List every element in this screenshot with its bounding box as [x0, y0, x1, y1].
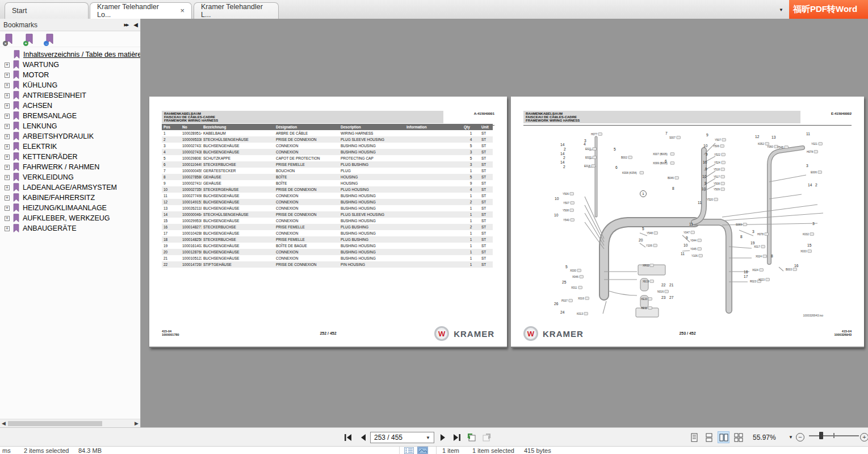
bookmark-item[interactable]: +VERKLEIDUNG — [0, 172, 140, 182]
bookmark-item[interactable]: +LENKUNG — [0, 121, 140, 131]
bookmark-item[interactable]: +ARBEITSHYDRAULIK — [0, 131, 140, 141]
facing-view-icon[interactable] — [718, 432, 729, 443]
table-cell: BUCHSENGEHÄUSE — [202, 243, 274, 249]
scroll-left-icon[interactable]: ◀ — [2, 420, 6, 426]
expand-plus-icon[interactable]: + — [5, 165, 10, 170]
details-view-icon[interactable] — [404, 447, 414, 454]
expand-plus-icon[interactable]: + — [5, 195, 10, 201]
zoom-level-value[interactable]: 55.97% — [753, 434, 776, 441]
callout-number: 18 — [744, 270, 748, 274]
bookmark-item[interactable]: +ANBAUGERÄTE — [0, 223, 140, 234]
bookmark-item[interactable]: +MOTOR — [0, 70, 140, 80]
callout-number: 5 — [642, 227, 644, 231]
expand-plus-icon[interactable]: + — [5, 216, 10, 221]
table-cell: 1000277498 — [181, 193, 202, 199]
bookmark-label: FAHRWERK / RAHMEN — [23, 163, 99, 171]
tab-kramer-1[interactable]: Kramer Telehandler Lo... × — [90, 2, 192, 19]
bookmark-add-button[interactable]: + — [25, 34, 33, 45]
table-cell: 5 — [462, 155, 480, 161]
bookmark-item[interactable]: +ACHSEN — [0, 101, 140, 111]
status-item-selected: 1 item selected — [472, 447, 514, 454]
expand-plus-icon[interactable]: + — [5, 114, 10, 119]
table-row: 41000027438BUCHSENGEHÄUSECONNEXIONBUSHIN… — [162, 149, 493, 155]
bookmark-item[interactable]: +ANTRIEBSEINHEIT — [0, 90, 140, 101]
table-cell: PLUG SLEEVE HOUSING — [339, 211, 405, 218]
previous-page-button[interactable] — [357, 432, 368, 443]
table-cell: 1000289514 — [181, 130, 202, 136]
table-cell: 2 — [162, 136, 181, 143]
expand-plus-icon[interactable]: + — [5, 63, 10, 68]
bookmark-delete-button[interactable]: × — [5, 34, 13, 45]
connector-label: Y106 — [691, 255, 698, 257]
expand-plus-icon[interactable]: + — [5, 175, 10, 180]
bookmark-item[interactable]: +ELEKTRIK — [0, 141, 140, 152]
previous-view-button[interactable] — [466, 432, 477, 443]
page-number-combobox[interactable]: 253 / 455 ▼ — [370, 432, 434, 443]
expand-plus-icon[interactable]: + — [5, 226, 10, 231]
thumbnail-view-icon[interactable] — [418, 447, 427, 454]
collapse-panel-icon[interactable]: ◀ — [133, 22, 137, 28]
connector-stub — [578, 286, 582, 289]
expand-plus-icon[interactable]: + — [5, 124, 10, 129]
bookmark-item[interactable]: Inhaltsverzeichnis / Table des matières — [0, 49, 140, 60]
bookmark-item[interactable]: +BREMSANLAGE — [0, 111, 140, 121]
callout-number: 9 — [705, 181, 707, 185]
bookmark-flag-icon — [12, 91, 20, 100]
bookmark-item[interactable]: +AUFKLEBER, WERKZEUG — [0, 213, 140, 223]
single-page-view-icon[interactable] — [689, 432, 699, 443]
tab-kramer-2[interactable]: Kramer Telehandler L... — [194, 2, 279, 19]
bookmark-label: MOTOR — [23, 71, 49, 79]
bookmark-item[interactable]: +KETTEN/RÄDER — [0, 152, 140, 162]
bookmark-item[interactable]: +WARTUNG — [0, 60, 140, 70]
connector-stub — [569, 299, 573, 302]
expand-plus-icon[interactable]: + — [5, 93, 10, 98]
connector-label: Y518 — [714, 168, 720, 171]
expand-plus-icon[interactable]: + — [5, 73, 10, 78]
expand-plus-icon[interactable]: + — [5, 185, 10, 190]
bookmark-flag-icon — [12, 142, 20, 151]
table-cell: 1 — [462, 168, 480, 174]
continuous-facing-view-icon[interactable] — [733, 432, 744, 443]
connector-label: H078 — [757, 233, 764, 236]
bookmark-item[interactable]: +LADEANLAGE/ARMSYSTEM — [0, 182, 140, 193]
scrollbar-thumb[interactable] — [8, 421, 102, 426]
table-row: 201000128760BUCHSENGEHÄUSECONNEXIONBUSHI… — [162, 249, 493, 255]
last-page-button[interactable] — [451, 432, 462, 443]
zoom-caret-icon[interactable]: ▼ — [789, 435, 793, 440]
bookmarks-hscrollbar[interactable]: ◀ ▶ — [0, 419, 140, 427]
table-cell — [405, 174, 462, 180]
close-icon[interactable]: × — [180, 8, 184, 14]
expand-plus-icon[interactable]: + — [5, 83, 10, 88]
zoom-out-button[interactable]: − — [796, 433, 804, 441]
table-row: 181000148250STECKERBUCHSEPRISE FEMELLEPL… — [162, 236, 493, 243]
tab-start[interactable]: Start — [5, 2, 89, 19]
expand-plus-icon[interactable]: + — [5, 134, 10, 139]
table-cell: STECKERBUCHSE — [202, 236, 274, 243]
bookmark-item[interactable]: +KÜHLUNG — [0, 80, 140, 90]
expand-plus-icon[interactable]: + — [5, 206, 10, 211]
bookmark-item[interactable]: +KABINE/FAHRERSITZ — [0, 193, 140, 203]
table-cell — [405, 224, 462, 230]
zoom-slider-thumb[interactable] — [819, 432, 823, 439]
bookmark-goto-button[interactable]: → — [45, 34, 54, 45]
bookmark-item[interactable]: +HEIZUNG/KLIMAANLAGE — [0, 203, 140, 213]
scroll-right-icon[interactable]: ▶ — [135, 420, 139, 426]
table-row: 151000299530BUCHSENGEHÄUSECONNEXIONBUSHI… — [162, 218, 493, 224]
expand-plus-icon[interactable]: + — [5, 103, 10, 109]
connector-label: XE20 — [641, 298, 648, 301]
pdf-to-word-button[interactable]: 福昕PDF转Word — [789, 0, 868, 19]
continuous-view-icon[interactable] — [703, 432, 714, 443]
tab-overflow-caret-icon[interactable]: ▼ — [779, 7, 783, 13]
zoom-in-button[interactable]: + — [860, 433, 868, 441]
next-view-button[interactable] — [481, 432, 492, 443]
first-page-button[interactable] — [342, 432, 354, 443]
expand-plus-icon[interactable]: + — [5, 144, 10, 149]
table-cell: 5 — [162, 155, 181, 161]
connector-label: P037 — [561, 299, 568, 302]
expand-all-icon[interactable]: ▶▶ — [124, 23, 128, 27]
expand-plus-icon[interactable]: + — [5, 155, 10, 160]
next-page-button[interactable] — [437, 432, 448, 443]
bookmark-item[interactable]: +FAHRWERK / RAHMEN — [0, 162, 140, 172]
table-cell: 1000104286 — [181, 230, 202, 236]
connector-label: X033 — [800, 250, 807, 253]
